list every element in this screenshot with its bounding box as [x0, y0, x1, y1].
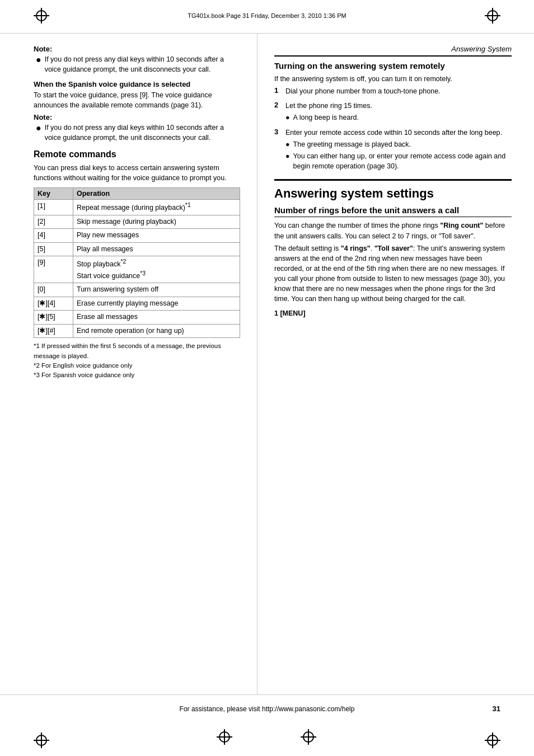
- spanish-heading: When the Spanish voice guidance is selec…: [34, 80, 240, 88]
- col-key-header: Key: [34, 188, 73, 200]
- turning-on-title: Turning on the answering system remotely: [274, 61, 512, 71]
- footnote: *2 For English voice guidance only: [34, 361, 240, 370]
- corner-mark-bottom-right: [485, 732, 500, 748]
- superscript: *2: [121, 259, 127, 265]
- footer-text: For assistance, please visit http://www.…: [180, 705, 355, 713]
- main-content: Note: ● If you do not press any dial key…: [0, 34, 534, 694]
- page: TG401x.book Page 31 Friday, December 3, …: [0, 0, 534, 756]
- step-bullet: ●The greeting message is played back.: [285, 139, 512, 149]
- corner-mark-bottom-left: [34, 732, 49, 748]
- page-number: 31: [493, 705, 500, 713]
- table-row: [✱][#]End remote operation (or hang up): [34, 324, 240, 338]
- rings-intro: You can change the number of times the p…: [274, 220, 512, 241]
- superscript: *3: [140, 270, 146, 276]
- crosshair-bml: [217, 729, 232, 745]
- key-cell: [✱][5]: [34, 311, 73, 325]
- bullet-1: ●: [36, 54, 41, 65]
- rings-default: The default setting is "4 rings". "Toll …: [274, 243, 512, 304]
- footnotes: *1 If pressed within the first 5 seconds…: [34, 341, 240, 380]
- operation-cell: Erase currently playing message: [73, 297, 240, 311]
- step-bullet: ●You can either hang up, or enter your r…: [285, 151, 512, 171]
- step-content: Dial your phone number from a touch-tone…: [285, 86, 512, 96]
- note-text-2: If you do not press any dial keys within…: [45, 123, 240, 143]
- step-text: Let the phone ring 15 times.: [285, 101, 512, 111]
- bottom-strip: [0, 722, 534, 756]
- step-text: Enter your remote access code within 10 …: [285, 128, 512, 138]
- crosshair-br: [485, 732, 500, 748]
- table-row: [2]Skip message (during playback): [34, 215, 240, 229]
- operation-cell: Turn answering system off: [73, 283, 240, 297]
- crosshair-tl: [34, 8, 49, 24]
- operation-cell: Repeat message (during playback)*1: [73, 200, 240, 215]
- col-operation-header: Operation: [73, 188, 240, 200]
- toll-saver-bold: "Toll saver": [374, 245, 413, 252]
- spanish-guidance-text: To start the voice guidance, press [9]. …: [34, 90, 240, 110]
- number-of-rings-title: Number of rings before the unit answers …: [274, 205, 512, 217]
- top-strip: TG401x.book Page 31 Friday, December 3, …: [0, 0, 534, 34]
- step-bullet: ●A long beep is heard.: [285, 112, 512, 123]
- turning-on-intro: If the answering system is off, you can …: [274, 74, 512, 84]
- note-label-2: Note:: [34, 113, 240, 121]
- table-row: [9]Stop playback*2Start voice guidance*3: [34, 256, 240, 283]
- section-header: Answering System: [274, 45, 512, 57]
- crosshair-bmr: [301, 729, 316, 745]
- operation-cell: Play new messages: [73, 229, 240, 243]
- crosshair-tr: [485, 8, 500, 24]
- commands-table: Key Operation [1]Repeat message (during …: [34, 187, 240, 338]
- key-cell: [4]: [34, 229, 73, 243]
- step-item: 1Dial your phone number from a touch-ton…: [274, 86, 512, 96]
- four-rings-bold: "4 rings": [341, 245, 371, 252]
- key-cell: [0]: [34, 283, 73, 297]
- key-cell: [1]: [34, 200, 73, 215]
- table-row: [✱][5]Erase all messages: [34, 311, 240, 325]
- step-number: 3: [274, 128, 285, 136]
- left-column: Note: ● If you do not press any dial key…: [0, 34, 257, 694]
- corner-mark-top-left: [34, 8, 49, 24]
- key-cell: [✱][4]: [34, 297, 73, 311]
- note-label-1: Note:: [34, 45, 240, 53]
- corner-mark-bottom-mid-right: [301, 729, 316, 745]
- operation-cell: Skip message (during playback): [73, 215, 240, 229]
- crosshair-bl: [34, 732, 49, 748]
- right-column: Answering System Turning on the answerin…: [257, 34, 534, 694]
- corner-mark-bottom-mid-left: [217, 729, 232, 745]
- operation-cell: Erase all messages: [73, 311, 240, 325]
- remote-commands-title: Remote commands: [34, 149, 240, 159]
- note-text-1: If you do not press any dial keys within…: [45, 54, 240, 74]
- note-item-1: ● If you do not press any dial keys with…: [34, 54, 240, 74]
- footnote: *1 If pressed within the first 5 seconds…: [34, 341, 240, 361]
- step-item: 2Let the phone ring 15 times.●A long bee…: [274, 101, 512, 123]
- step-content: Let the phone ring 15 times.●A long beep…: [285, 101, 512, 123]
- answering-system-settings-title: Answering system settings: [274, 179, 512, 201]
- operation-cell: Stop playback*2Start voice guidance*3: [73, 256, 240, 283]
- key-cell: [9]: [34, 256, 73, 283]
- note-item-2: ● If you do not press any dial keys with…: [34, 123, 240, 143]
- table-row: [1]Repeat message (during playback)*1: [34, 200, 240, 215]
- step-text: Dial your phone number from a touch-tone…: [285, 86, 512, 96]
- bullet-2: ●: [36, 123, 41, 133]
- footnote: *3 For Spanish voice guidance only: [34, 370, 240, 380]
- table-row: [0]Turn answering system off: [34, 283, 240, 297]
- step-number: 2: [274, 101, 285, 109]
- table-row: [✱][4]Erase currently playing message: [34, 297, 240, 311]
- table-row: [5]Play all messages: [34, 242, 240, 256]
- step-item: 3Enter your remote access code within 10…: [274, 128, 512, 172]
- table-row: [4]Play new messages: [34, 229, 240, 243]
- key-cell: [2]: [34, 215, 73, 229]
- operation-cell: Play all messages: [73, 242, 240, 256]
- superscript: *1: [185, 202, 191, 208]
- key-cell: [✱][#]: [34, 324, 73, 338]
- footer: For assistance, please visit http://www.…: [0, 694, 534, 722]
- step-content: Enter your remote access code within 10 …: [285, 128, 512, 172]
- operation-cell: End remote operation (or hang up): [73, 324, 240, 338]
- corner-mark-top-right: [485, 8, 500, 24]
- step-number: 1: [274, 86, 285, 95]
- remote-commands-intro: You can press dial keys to access certai…: [34, 163, 240, 183]
- key-cell: [5]: [34, 242, 73, 256]
- ring-count-bold: "Ring count": [440, 222, 483, 229]
- file-info: TG401x.book Page 31 Friday, December 3, …: [188, 12, 346, 19]
- step1-menu: 1 [MENU]: [274, 308, 512, 318]
- steps-list: 1Dial your phone number from a touch-ton…: [274, 86, 512, 171]
